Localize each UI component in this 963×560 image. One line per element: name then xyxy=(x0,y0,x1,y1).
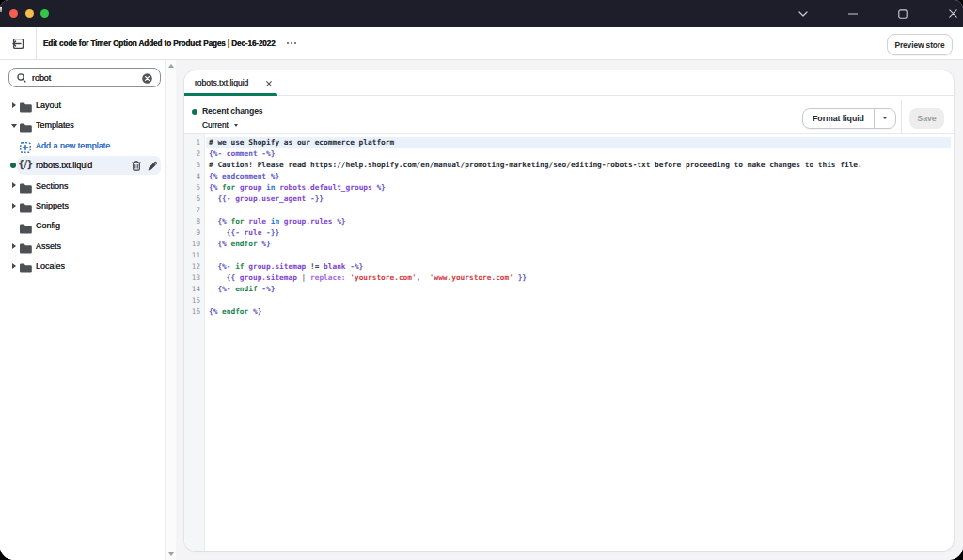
trash-icon[interactable] xyxy=(132,161,141,171)
scroll-up-icon[interactable] xyxy=(168,64,174,68)
line-number-gutter: 12345678910111213141516 xyxy=(184,134,205,551)
save-button[interactable]: Save xyxy=(909,108,944,130)
code-line-13: {{ group.sitemap | replace: 'yourstore.c… xyxy=(209,272,862,284)
tab-close-icon[interactable] xyxy=(266,81,272,86)
code-line-8: {% for rule in group.rules %} xyxy=(209,216,862,227)
app-header: Edit code for Timer Option Added to Prod… xyxy=(0,27,963,60)
collapse-sidebar-button[interactable] xyxy=(0,27,36,59)
caret-right-icon[interactable] xyxy=(12,263,16,269)
sidebar-item-label: robots.txt.liquid xyxy=(36,155,92,175)
sidebar-item-label: Assets xyxy=(36,236,61,256)
traffic-light-close-icon[interactable] xyxy=(9,9,18,18)
tab-robots-txt-liquid[interactable]: robots.txt.liquid xyxy=(184,70,277,96)
preview-store-button[interactable]: Preview store xyxy=(887,34,953,55)
sidebar-item-add-a-new-template[interactable]: Add a new template xyxy=(0,135,165,155)
file-sidebar: robot LayoutTemplatesAdd a new template{… xyxy=(0,60,165,560)
window-maximize-icon[interactable] xyxy=(890,0,916,27)
sidebar-item-layout[interactable]: Layout xyxy=(0,95,165,115)
row-actions xyxy=(132,155,158,175)
sidebar-item-sections[interactable]: Sections xyxy=(0,176,165,195)
code-line-3: # Caution! Please read https://help.shop… xyxy=(209,160,862,171)
editor-tabbar: robots.txt.liquid xyxy=(184,70,954,96)
code-line-9: {{- rule -}} xyxy=(209,227,862,239)
sidebar-item-locales[interactable]: Locales xyxy=(0,256,165,275)
folder-icon xyxy=(20,241,32,252)
window-close-icon[interactable] xyxy=(939,0,963,27)
file-tree: LayoutTemplatesAdd a new template{/}robo… xyxy=(0,95,165,276)
liquid-file-icon: {/} xyxy=(18,159,33,169)
code-line-2: {%- comment -%} xyxy=(209,148,862,160)
format-liquid-dropdown[interactable] xyxy=(875,109,895,129)
sidebar-item-label: Add a new template xyxy=(36,135,110,155)
folder-icon xyxy=(20,100,32,111)
sidebar-scrollbar[interactable] xyxy=(165,60,176,560)
sidebar-item-snippets[interactable]: Snippets xyxy=(0,195,165,215)
line-number: 10 xyxy=(184,239,200,250)
caret-right-icon[interactable] xyxy=(12,243,16,249)
line-number: 7 xyxy=(184,205,200,216)
pencil-icon[interactable] xyxy=(148,161,158,171)
version-dropdown[interactable]: Current xyxy=(202,120,238,130)
chevron-down-icon xyxy=(234,124,238,127)
window-minimize-icon[interactable] xyxy=(840,0,866,27)
tab-label: robots.txt.liquid xyxy=(195,70,248,95)
code-line-11 xyxy=(209,250,862,261)
line-number: 11 xyxy=(184,250,200,261)
traffic-light-minimize-icon[interactable] xyxy=(25,9,34,18)
collapse-sidebar-icon xyxy=(11,38,24,50)
line-number: 1 xyxy=(184,137,200,148)
format-liquid-button[interactable]: Format liquid xyxy=(803,109,875,129)
line-number: 14 xyxy=(184,284,200,295)
sidebar-item-label: Config xyxy=(36,216,60,236)
code-line-15 xyxy=(209,295,862,306)
app-body: robot LayoutTemplatesAdd a new template{… xyxy=(0,60,963,560)
actions-divider xyxy=(901,100,902,134)
caret-right-icon[interactable] xyxy=(12,102,16,108)
folder-icon xyxy=(20,260,32,272)
sidebar-item-assets[interactable]: Assets xyxy=(0,236,165,256)
folder-icon xyxy=(20,180,32,192)
caret-right-icon[interactable] xyxy=(12,182,16,188)
code-editor[interactable]: 12345678910111213141516 # we use Shopify… xyxy=(184,134,954,551)
recent-changes-label: Recent changes xyxy=(202,106,263,116)
code-line-6: {{- group.user_agent -}} xyxy=(209,194,862,205)
line-number: 5 xyxy=(184,182,200,194)
sidebar-item-config[interactable]: Config xyxy=(0,216,165,236)
caret-right-icon[interactable] xyxy=(12,203,16,209)
chevron-down-icon[interactable] xyxy=(790,0,816,27)
line-number: 6 xyxy=(184,194,200,205)
file-search-input[interactable]: robot xyxy=(8,68,161,87)
more-options-icon[interactable] xyxy=(284,27,299,59)
sidebar-item-robots-txt-liquid[interactable]: {/}robots.txt.liquid xyxy=(0,155,165,175)
clear-search-icon[interactable] xyxy=(142,73,152,84)
sidebar-item-label: Locales xyxy=(36,256,65,275)
sidebar-item-label: Snippets xyxy=(36,195,69,215)
code-lines: # we use Shopify as our ecommerce platfo… xyxy=(209,137,862,318)
line-number: 15 xyxy=(184,295,200,306)
add-template-icon xyxy=(20,140,32,151)
sidebar-item-templates[interactable]: Templates xyxy=(0,116,165,135)
traffic-light-zoom-icon[interactable] xyxy=(40,9,49,18)
code-line-1: # we use Shopify as our ecommerce platfo… xyxy=(209,137,862,148)
sidebar-item-label: Sections xyxy=(36,176,68,195)
scroll-down-icon[interactable] xyxy=(168,552,174,556)
folder-icon xyxy=(20,120,32,132)
code-line-4: {% endcomment %} xyxy=(209,171,862,182)
unsaved-changes-dot xyxy=(192,109,197,115)
line-number: 8 xyxy=(184,216,200,227)
format-liquid-split-button: Format liquid xyxy=(802,108,896,130)
sidebar-item-label: Templates xyxy=(36,116,74,135)
code-line-7 xyxy=(209,205,862,216)
page-title: Edit code for Timer Option Added to Prod… xyxy=(43,27,276,59)
code-line-10: {% endfor %} xyxy=(209,239,862,250)
header-divider xyxy=(36,27,37,59)
caret-down-icon[interactable] xyxy=(11,124,17,128)
line-number: 2 xyxy=(184,148,200,160)
folder-icon xyxy=(20,221,32,232)
line-number: 3 xyxy=(184,160,200,171)
code-line-16: {% endfor %} xyxy=(209,306,862,318)
caret-down-icon xyxy=(882,117,888,119)
line-number: 4 xyxy=(184,171,200,182)
screen-artifact xyxy=(0,7,2,12)
code-line-5: {% for group in robots.default_groups %} xyxy=(209,182,862,194)
